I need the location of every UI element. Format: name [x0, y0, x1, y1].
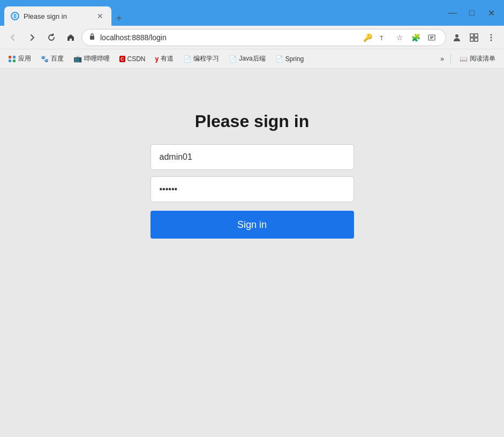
bookmark-youdao-label: 有道: [161, 54, 174, 63]
username-input[interactable]: [151, 144, 354, 170]
bookmark-bilibili[interactable]: 📺 哔哩哔哩: [69, 52, 114, 65]
svg-rect-10: [470, 34, 473, 37]
bookmark-coding[interactable]: 📄 编程学习: [179, 52, 223, 65]
password-input[interactable]: [151, 176, 354, 202]
tab-title: Please sign in: [24, 12, 91, 20]
csdn-icon: C: [119, 56, 125, 62]
new-tab-button[interactable]: +: [111, 11, 126, 26]
java-bookmark-icon: 📄: [229, 55, 237, 63]
menu-button[interactable]: [483, 29, 500, 46]
collections-button[interactable]: [465, 29, 483, 46]
spring-bookmark-icon: 📄: [275, 55, 283, 63]
bookmark-apps[interactable]: 应用: [4, 52, 35, 65]
forward-button[interactable]: [24, 29, 41, 46]
bookmark-csdn-label: CSDN: [127, 55, 146, 63]
svg-point-9: [455, 34, 458, 38]
reading-mode-icon[interactable]: [424, 30, 439, 45]
active-tab[interactable]: Please sign in ✕: [4, 6, 111, 26]
bookmark-apps-label: 应用: [18, 54, 31, 63]
bilibili-icon: 📺: [73, 55, 82, 63]
coding-bookmark-icon: 📄: [183, 55, 191, 63]
toolbar-right: [448, 29, 500, 46]
translate-icon[interactable]: T: [376, 30, 391, 45]
login-title: Please sign in: [195, 112, 309, 131]
apps-grid-icon: [9, 56, 16, 62]
bookmark-baidu-label: 百度: [51, 54, 64, 63]
svg-point-14: [491, 34, 492, 35]
nav-bar: localhost:8888/login 🔑 T ☆ 🧩: [0, 26, 504, 49]
address-bar-icons: 🔑 T ☆ 🧩: [360, 30, 439, 45]
bookmark-bilibili-label: 哔哩哔哩: [84, 54, 110, 63]
bookmark-star-icon[interactable]: ☆: [392, 30, 407, 45]
login-container: Please sign in Sign in: [151, 112, 354, 239]
bookmark-java[interactable]: 📄 Java后端: [224, 52, 269, 65]
bookmarks-bar: 应用 🐾 百度 📺 哔哩哔哩 C CSDN y 有道 📄 编程学习 📄 Java…: [0, 49, 504, 69]
reading-list-button[interactable]: 📖 阅读清单: [455, 52, 500, 65]
bookmark-separator: [450, 54, 451, 64]
close-button[interactable]: ✕: [483, 4, 500, 21]
bookmarks-more-button[interactable]: »: [437, 53, 447, 65]
bookmark-youdao[interactable]: y 有道: [151, 52, 178, 65]
bookmark-spring-label: Spring: [285, 55, 304, 63]
window-controls: — □ ✕: [444, 4, 500, 21]
browser-window: Please sign in ✕ + — □ ✕: [0, 0, 504, 437]
back-button[interactable]: [4, 29, 21, 46]
bookmark-coding-label: 编程学习: [193, 54, 219, 63]
login-form: Sign in: [151, 144, 354, 239]
password-manager-icon[interactable]: 🔑: [360, 30, 375, 45]
svg-text:T: T: [380, 35, 383, 41]
reading-list-icon: 📖: [460, 55, 468, 63]
tab-favicon: [11, 12, 19, 20]
reading-list-label: 阅读清单: [470, 54, 495, 63]
sign-in-button[interactable]: Sign in: [151, 211, 354, 239]
svg-rect-3: [90, 36, 94, 40]
svg-point-16: [491, 39, 492, 41]
svg-rect-13: [475, 38, 478, 41]
svg-point-15: [491, 36, 492, 38]
minimize-button[interactable]: —: [444, 4, 461, 21]
home-button[interactable]: [62, 29, 79, 46]
reload-button[interactable]: [43, 29, 60, 46]
bookmark-spring[interactable]: 📄 Spring: [271, 53, 309, 65]
bookmark-baidu[interactable]: 🐾 百度: [36, 52, 68, 65]
bookmark-csdn[interactable]: C CSDN: [115, 53, 150, 65]
url-display: localhost:8888/login: [100, 33, 356, 42]
baidu-icon: 🐾: [41, 55, 49, 63]
svg-rect-11: [475, 34, 478, 37]
extensions-icon[interactable]: 🧩: [408, 30, 423, 45]
maximize-button[interactable]: □: [463, 4, 480, 21]
lock-icon: [88, 33, 96, 42]
page-content: Please sign in Sign in: [0, 69, 504, 437]
youdao-icon: y: [155, 55, 159, 63]
tab-bar: Please sign in ✕ +: [4, 0, 442, 26]
title-bar: Please sign in ✕ + — □ ✕: [0, 0, 504, 26]
tab-close-button[interactable]: ✕: [95, 11, 105, 21]
bookmark-java-label: Java后端: [239, 54, 265, 63]
account-button[interactable]: [448, 29, 465, 46]
address-bar[interactable]: localhost:8888/login 🔑 T ☆ 🧩: [81, 29, 446, 46]
svg-rect-12: [470, 38, 473, 41]
